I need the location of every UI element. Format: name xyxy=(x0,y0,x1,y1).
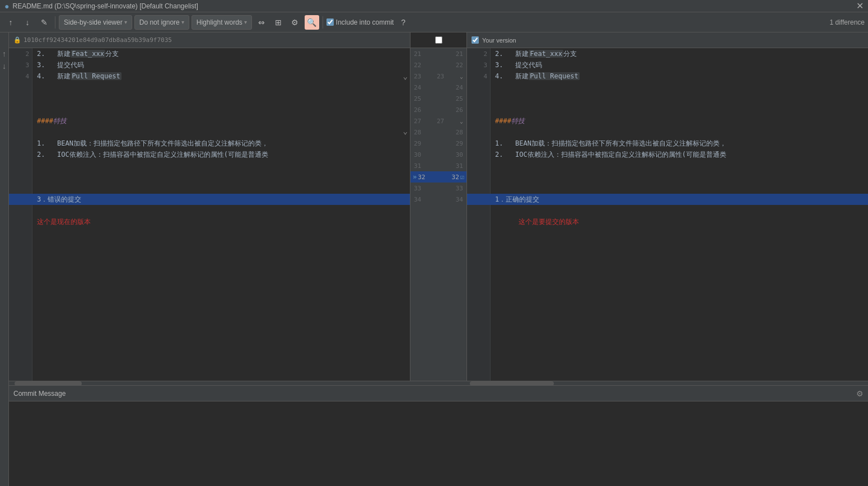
rlnum-2: 3 xyxy=(467,59,491,71)
scroll-right-track[interactable] xyxy=(467,381,868,385)
gl-left-4: 24 xyxy=(414,84,421,91)
code-panels: 2 3 4 xyxy=(9,48,868,381)
gl-left-11: 31 xyxy=(414,162,421,170)
right-panel-header: Your version xyxy=(467,32,868,48)
rlnum-6 xyxy=(467,104,491,115)
left-sidebar: ↑ ↓ xyxy=(0,32,9,486)
sidebar-up-icon: ↑ xyxy=(2,49,6,58)
lnum-1: 2 xyxy=(9,48,32,59)
right-line-15 xyxy=(491,205,868,216)
ignore-dropdown[interactable]: Do not ignore ▾ xyxy=(134,15,189,30)
left-line-8: ⌄ xyxy=(32,127,410,138)
left-line-2: 3. 提交代码 xyxy=(32,59,410,71)
left-line-15 xyxy=(32,205,410,216)
search-active-button[interactable]: 🔍 xyxy=(305,15,319,30)
commit-settings-icon[interactable]: ⚙ xyxy=(856,389,864,398)
include-commit-checkbox[interactable] xyxy=(326,18,334,26)
lnum-17 xyxy=(9,227,32,239)
gutter-checkbox[interactable] xyxy=(435,36,442,44)
help-button[interactable]: ? xyxy=(396,15,410,30)
fold-icon-8: ⌄ xyxy=(403,127,408,135)
lnum-15 xyxy=(9,205,32,216)
right-code-panel: 2 3 4 xyxy=(467,48,868,381)
navigate-up-button[interactable]: ↑ xyxy=(3,15,18,30)
gl-diff-left: »32 xyxy=(413,173,425,181)
gl-right-1: 21 xyxy=(456,50,463,58)
left-code-content: 2. 新建 Feat_xxx 分支 3. 提交代码 4. 新建 Pull Req… xyxy=(32,48,410,381)
gutter-row-6: 2626 xyxy=(410,104,466,115)
fold-icon-right: ⌄ xyxy=(460,73,463,80)
close-button[interactable]: ✕ xyxy=(856,1,864,11)
right-line-14: 1．正确的提交 xyxy=(491,194,868,205)
right-checkbox[interactable] xyxy=(472,36,479,44)
rlnum-17 xyxy=(467,227,491,239)
right-line-numbers: 2 3 4 xyxy=(467,48,491,381)
navigate-down-button[interactable]: ↓ xyxy=(20,15,35,30)
scroll-right-thumb[interactable] xyxy=(470,381,554,386)
right-line-9: 1. BEAN加载：扫描指定包路径下所有文件筛选出被自定义注解标记的类， xyxy=(491,138,868,149)
highlight-dropdown[interactable]: Highlight words ▾ xyxy=(192,15,252,30)
left-panel-header: 🔒 1010cff92434201e84d9a07db8aa59b39a9f70… xyxy=(9,32,410,48)
center-gutter: 2121 2222 2323 ⌄ 2424 2525 2626 xyxy=(410,48,467,381)
lnum-8 xyxy=(9,127,32,138)
gutter-row-12-diff[interactable]: »32 32☑ xyxy=(410,171,466,183)
lnum-6 xyxy=(9,104,32,115)
commit-section: Commit Message ⚙ xyxy=(9,385,868,486)
rlnum-15 xyxy=(467,205,491,216)
right-line-5 xyxy=(491,93,868,104)
gl-left-14: 34 xyxy=(414,196,421,203)
right-line-6 xyxy=(491,104,868,115)
gl-left-13: 33 xyxy=(414,185,421,192)
lnum-4 xyxy=(9,82,32,93)
separator-2 xyxy=(323,16,323,29)
left-line-5 xyxy=(32,93,410,104)
rlnum-10 xyxy=(467,149,491,160)
left-line-4 xyxy=(32,82,410,93)
gutter-row-8: 2828 xyxy=(410,127,466,138)
right-line-13 xyxy=(491,183,868,194)
lnum-11 xyxy=(9,160,32,171)
viewer-dropdown[interactable]: Side-by-side viewer ▾ xyxy=(59,15,132,30)
rlnum-5 xyxy=(467,93,491,104)
left-line-1: 2. 新建 Feat_xxx 分支 xyxy=(32,48,410,59)
lnum-7 xyxy=(9,115,32,127)
commit-message-input[interactable] xyxy=(13,405,864,483)
rlnum-13 xyxy=(467,183,491,194)
settings-button[interactable]: ⚙ xyxy=(288,15,302,30)
lnum-14 xyxy=(9,194,32,205)
split-button[interactable]: ⇔ xyxy=(254,15,269,30)
gutter-row-4: 2424 xyxy=(410,82,466,93)
left-line-10: 2. IOC依赖注入：扫描容器中被指定自定义注解标记的属性(可能是普通类 xyxy=(32,149,410,160)
left-line-13 xyxy=(32,183,410,194)
gutter-row-11: 3131 xyxy=(410,160,466,171)
right-line-1: 2. 新建 Feat_xxx 分支 xyxy=(491,48,868,59)
rlnum-1: 2 xyxy=(467,48,491,59)
gl-right-6: 26 xyxy=(456,106,463,114)
gl-right-8: 28 xyxy=(456,129,463,136)
right-line-4 xyxy=(491,82,868,93)
fold-icon-3: ⌄ xyxy=(403,72,408,81)
left-line-6 xyxy=(32,104,410,115)
commit-header: Commit Message ⚙ xyxy=(9,386,868,401)
arrow-down-icon: ↓ xyxy=(26,18,30,27)
fold-icon-27: ⌄ xyxy=(460,118,463,124)
right-line-10: 2. IOC依赖注入：扫描容器中被指定自定义注解标记的属性(可能是普通类 xyxy=(491,149,868,160)
include-commit-label[interactable]: Include into commit xyxy=(326,18,394,26)
scroll-left-thumb[interactable] xyxy=(15,381,82,386)
toolbar: ↑ ↓ ✎ Side-by-side viewer ▾ Do not ignor… xyxy=(0,12,868,32)
edit-button[interactable]: ✎ xyxy=(37,15,52,30)
gl-right-7: 27 xyxy=(437,118,444,125)
separator-1 xyxy=(55,16,55,29)
gl-left-6: 26 xyxy=(414,106,421,114)
viewer-label: Side-by-side viewer xyxy=(64,18,123,26)
grid-button[interactable]: ⊞ xyxy=(271,15,286,30)
diff-count: 1 difference xyxy=(830,18,865,26)
gl-diff-right: 32☑ xyxy=(452,173,464,181)
right-line-2: 3. 提交代码 xyxy=(491,59,868,71)
gl-right-14: 34 xyxy=(456,196,463,203)
scroll-left-track[interactable] xyxy=(9,381,410,385)
left-line-16: 这个是现在的版本 xyxy=(32,216,410,227)
search-icon: 🔍 xyxy=(307,18,316,27)
right-line-3: 4. 新建 Pull Request xyxy=(491,71,868,82)
gutter-row-7: 2727 ⌄ xyxy=(410,115,466,127)
